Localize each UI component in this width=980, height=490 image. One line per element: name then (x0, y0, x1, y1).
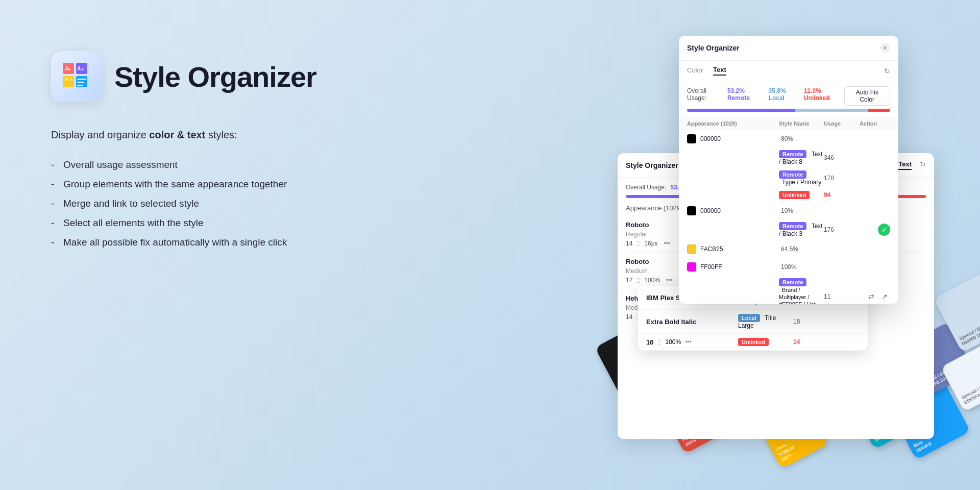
font-icon-2: ⌶ (636, 277, 640, 283)
action-4: ✓ (860, 224, 890, 236)
font-icon: ⌶ (636, 240, 640, 247)
refresh-icon[interactable]: ↻ (920, 160, 926, 170)
remote-bar-full (687, 109, 795, 112)
font-size-2: 12 (626, 277, 632, 284)
usage-section: Overall Usage: 53.2% Remote 35.8% Local … (679, 81, 898, 117)
left-content: A A A A A A Style Organizer Display and … (51, 51, 368, 248)
arrow-icon[interactable]: ↗ (879, 291, 890, 302)
usage-3: 94 (824, 191, 860, 199)
font-icon-sec: ⌶ (657, 339, 661, 345)
color-swatch-magenta (687, 262, 696, 272)
group-header-1: 000000 80% (679, 130, 898, 148)
appearance-cell-3: FACB25 (687, 244, 779, 254)
sec-usage-3: 14 (793, 338, 829, 346)
col-stylename: Style Name (779, 120, 824, 127)
dialog-title: Style Organizer (687, 44, 740, 52)
remote-badge-2: Remote (779, 170, 806, 179)
badge-remote-4: Remote Brand / Multiplayer / #FF00FF / H… (779, 278, 824, 304)
usage-inline: Overall Usage: 53.2% Remote 35.8% Local … (687, 87, 844, 102)
usage-1: 346 (824, 154, 860, 161)
pct-1: 80% (781, 135, 820, 142)
usage-4: 176 (824, 226, 860, 233)
style-group-3: FACB25 64.5% (679, 240, 898, 258)
color-hex-4: FF00FF (700, 263, 722, 271)
style-item-3: Unlinked 94 (679, 188, 898, 202)
sec-px-3: 100% (665, 338, 681, 346)
sec-font-2: Extra Bold Italic (646, 318, 738, 326)
font-px-2: 100% (644, 277, 660, 284)
feature-item: Overall usage assessment (51, 159, 368, 170)
dialog-header: Style Organizer × (679, 36, 898, 61)
app-header: A A A A A A Style Organizer (51, 51, 368, 102)
sec-usage-2: 18 (793, 318, 829, 325)
style-group-2: 000000 10% Remote Text / Black 3 176 ✓ (679, 202, 898, 240)
tab-text[interactable]: Text (713, 66, 726, 76)
refresh-button[interactable]: ↻ (884, 67, 890, 75)
more-icon-2[interactable]: ••• (666, 277, 673, 284)
sec-badge-2: Local Title Large (738, 314, 793, 329)
color-hex-3: FACB25 (700, 246, 723, 253)
appearance-cell-2: 000000 (687, 206, 779, 215)
font-size-3: 14 (626, 313, 632, 321)
table-header: Appearance (1029) Style Name Usage Actio… (679, 117, 898, 130)
col-appearance: Appearance (1029) (687, 120, 779, 127)
more-icon-sec[interactable]: ••• (685, 338, 692, 346)
feature-item: Make all possible fix automatically with… (51, 237, 368, 248)
remote-badge-4: Remote (779, 278, 806, 286)
link-icon[interactable]: ⇄ (866, 291, 877, 302)
color-hex-2: 000000 (700, 207, 721, 214)
col-action: Action (860, 120, 890, 127)
sec-size-row: 16 ⌶ 100% ••• (646, 338, 738, 346)
pct-local: 35.8% Local (769, 87, 800, 102)
action-5[interactable]: ⇄ ↗ (860, 291, 890, 302)
style-item-1: Remote Text / Black 8 346 (679, 148, 898, 168)
font-px: 16px (644, 240, 657, 247)
auto-fix-button[interactable]: Auto Fix Color (844, 86, 890, 106)
style-group-4: FF00FF 100% Remote Brand / Multiplayer /… (679, 258, 898, 304)
sec-row-2: Extra Bold Italic Local Title Large 18 (638, 310, 868, 334)
dialog-tabs[interactable]: Color Text ↻ (679, 61, 898, 81)
svg-text:A: A (77, 66, 81, 71)
badge-remote-3: Remote Text / Black 3 (779, 222, 824, 237)
style-name-2: Type / Primary (782, 179, 821, 186)
color-swatch-yellow (687, 244, 696, 254)
sec-row-3: 16 ⌶ 100% ••• Unlinked 14 (638, 334, 868, 351)
badge-unlinked-1: Unlinked (779, 191, 824, 199)
color-swatch-black (687, 134, 696, 143)
pct-3: 64.5% (781, 246, 820, 253)
feature-item: Group elements with the same appearance … (51, 179, 368, 190)
color-swatch-black-2 (687, 206, 696, 215)
badge-remote-2: Remote Type / Primary (779, 170, 824, 186)
sec-local-badge-1: Local (738, 314, 760, 322)
local-bar-full (795, 109, 868, 112)
remote-badge-3: Remote (779, 222, 806, 230)
style-item-4: Remote Text / Black 3 176 ✓ (679, 219, 898, 240)
usage-2: 178 (824, 175, 860, 182)
sec-unlinked-badge-1: Unlinked (738, 338, 769, 346)
more-icon[interactable]: ••• (664, 240, 670, 247)
swatch-label-light: Special / SelectionEDF5FA 50% (961, 376, 980, 406)
svg-text:A: A (65, 77, 68, 82)
table-body: 000000 80% Remote Text / Black 8 346 (679, 130, 898, 304)
appearance-cell-4: FF00FF (687, 262, 779, 272)
badge-remote-1: Remote Text / Black 8 (779, 150, 824, 165)
tab-color[interactable]: Color (687, 66, 703, 75)
pct-remote: 53.2% Remote (727, 87, 765, 102)
pct-unlinked: 11.0% Unlinked (804, 87, 844, 102)
check-icon: ✓ (878, 224, 890, 236)
style-group-1: 000000 80% Remote Text / Black 8 346 (679, 130, 898, 202)
usage-5: 11 (824, 293, 860, 300)
pct-4: 100% (781, 263, 820, 271)
col-usage: Usage (824, 120, 860, 127)
feature-item: Merge and link to selected style (51, 198, 368, 209)
sec-font-3: 16 (646, 338, 653, 346)
bg-tab-text[interactable]: Text (898, 160, 912, 170)
group-header-2: 000000 10% (679, 202, 898, 219)
swatch-label-special-black: Special / Black 1000000 10% (959, 312, 980, 347)
close-button[interactable]: × (880, 43, 890, 53)
style-item-5: Remote Brand / Multiplayer / #FF00FF / H… (679, 276, 898, 304)
feature-item: Select all elements with the style (51, 217, 368, 229)
pct-2: 10% (781, 207, 820, 214)
app-description: Display and organize color & text styles… (51, 127, 368, 143)
style-name-5: Brand / Multiplayer / #FF00FF / Hot pink (779, 287, 816, 304)
